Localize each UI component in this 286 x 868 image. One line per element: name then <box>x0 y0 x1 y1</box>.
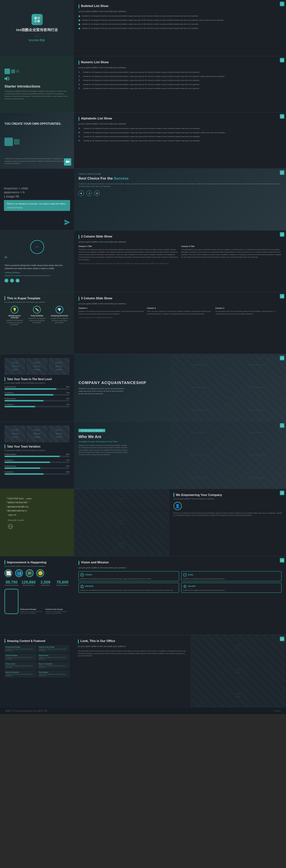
thumb-label-4: Head Portrait <box>39 655 69 656</box>
list-text: Suitable for all categories business and… <box>82 15 199 17</box>
svg-marker-4 <box>4 76 7 81</box>
amazing-title: Amazing Content & Featured <box>7 640 45 643</box>
free-spirit-line-5: cage me <box>8 513 66 517</box>
drop-image-4: DROPIMAGEHERE <box>4 426 26 442</box>
list-num: 1. <box>78 71 81 73</box>
kupat-item-text-2: Suitable for all categories business and… <box>27 317 47 324</box>
inspector-overlay: There is no elevator to success. You hav… <box>4 200 70 211</box>
progress-bar-fill-5 <box>4 456 60 457</box>
phone-text-row: Professional Design Suitable for all cat… <box>20 609 70 614</box>
svg-marker-5 <box>66 160 70 163</box>
slide-row-8: DROPIMAGEHERE DROPIMAGEHERE DROPIMAGEHER… <box>0 422 286 489</box>
progress-bar-bg-7 <box>4 467 70 469</box>
avatar-circle: IMG <box>30 240 44 254</box>
bullet <box>78 20 80 21</box>
thumb-text-6: Suitable for all categories business and… <box>39 665 69 668</box>
slide-num-11: 24 <box>280 637 284 641</box>
slide-row-10: Improvement is Happening put your great … <box>0 556 286 635</box>
slide-wrap-7: DROP IMAGE HERE DROP IMAGE HERE DROP IMA… <box>74 354 286 421</box>
progress-bar-bg-1 <box>4 388 70 390</box>
slide-num-3: 16 <box>280 114 284 119</box>
list-text: Suitable for all categories business and… <box>82 19 224 21</box>
list-text: Suitable for all categories business and… <box>83 135 200 137</box>
thumb-3: Unlimited Slides Suitable for all catego… <box>4 653 37 661</box>
slide-wrap-11: Look, This is Our Office put your great … <box>74 635 286 708</box>
progress-row-6: Consistency70% <box>4 459 70 463</box>
drop-image-3: DROPIMAGEHERE <box>48 358 70 375</box>
col2: Column 2 Title The generated Lorem Ipsum… <box>181 245 282 261</box>
client-icon: 👥 <box>15 569 23 577</box>
phone-images-2: DROPIMAGEHERE DROPIMAGEHERE DROPIMAGEHER… <box>4 426 70 442</box>
phone-text-1: Professional Design Suitable for all cat… <box>20 609 44 614</box>
list-alpha: B. <box>78 131 82 133</box>
slide-right-6: 3 Column Slide Show put your great subti… <box>74 292 286 354</box>
col-note: If you are going to use a passage of Lor… <box>78 263 282 265</box>
growth-icon-wrap: 📈 <box>4 569 12 577</box>
progress-bar-fill-2 <box>4 394 53 396</box>
drop-img: DROP IMAGE HERE <box>170 376 228 399</box>
slide-row-7: DROPIMAGEHERE DROPIMAGEHERE DROPIMAGEHER… <box>0 354 286 421</box>
progress-bar-fill-3 <box>4 400 43 401</box>
cover-subtitle: keynote 模板 <box>29 38 45 42</box>
who-we-are-body: Suitable for all categories business and… <box>78 444 129 456</box>
phone-text-cols: Professional Design Suitable for all cat… <box>20 609 70 614</box>
phone-images: DROPIMAGEHERE DROPIMAGEHERE DROPIMAGEHER… <box>4 358 70 375</box>
who-we-are-title: Who We Are <box>78 434 129 439</box>
phone-mockup <box>4 589 19 614</box>
list-item: B.Suitable for all categories business a… <box>78 131 282 134</box>
kupat-item-text-3: Suitable for all categories business and… <box>49 317 70 324</box>
person-icon: 👤 <box>173 502 182 510</box>
slide-right-2: Numeric List Show put your great subtitl… <box>74 56 286 112</box>
slide-num-7: 20 <box>280 356 284 360</box>
list-text: Suitable for all categories business and… <box>83 75 225 78</box>
goal-label: GOAL <box>188 574 193 576</box>
slide-num-5: 18 <box>280 232 284 237</box>
slide-subtitle: put your great subtitle in here and shak… <box>78 241 282 243</box>
progress-row-3: Professionalism60% <box>4 398 70 401</box>
amazing-featured-slide: Amazing Content & Featured Professional … <box>0 635 74 708</box>
office-subtitle: put your great subtitle in here and shak… <box>78 645 186 648</box>
list-item: 4.Suitable for all categories business a… <box>78 83 282 86</box>
slide-left-11: Amazing Content & Featured Professional … <box>0 635 74 708</box>
slide-right-1: Bulleted List Show put your great subtit… <box>74 0 286 56</box>
drop-image-6: DROPIMAGEHERE <box>48 426 70 442</box>
kupat-item-text-1: Suitable for all categories business and… <box>4 319 25 326</box>
team-variation-slide: DROPIMAGEHERE DROPIMAGEHERE DROPIMAGEHER… <box>0 422 74 489</box>
slide-title: 2 Column Slide Show <box>81 235 112 238</box>
progress-row-7: Professionalism55% <box>4 465 70 469</box>
slide-title: Bulleted List Show <box>81 4 108 8</box>
phone-text-2: Colorful Color Design Suitable for all c… <box>45 609 70 614</box>
list-text: Suitable for all categories business and… <box>83 71 200 73</box>
page-wrapper: ios炫酷企业宣传咨询行业 • • • keynote 模板 Bulleted … <box>0 0 286 714</box>
slide-num-4: 17 <box>280 170 284 175</box>
stat-label-3: Subscribers <box>39 584 53 586</box>
quote-slide: IMG " There is powerful driving force in… <box>0 230 74 292</box>
col3: Column 3 The generated Lorem Ipsum is th… <box>215 307 282 315</box>
slide-wrap-6: 3 Column Slide Show put your great subti… <box>74 292 286 354</box>
improvement-slide: Improvement is Happening put your great … <box>0 556 74 635</box>
col3-title: Column 3 <box>215 307 282 309</box>
bulleted-list-slide: Bulleted List Show put your great subtit… <box>74 0 286 56</box>
sub-icon: ✉ <box>26 569 34 577</box>
drop-img: DROPIMAGE <box>74 512 170 533</box>
slide-left-5: IMG " There is powerful driving force in… <box>0 230 74 292</box>
office-title: Look, This is Our Office <box>80 639 115 643</box>
social-icons: f t in <box>4 279 70 282</box>
list-text: Suitable for all categories business and… <box>83 87 200 90</box>
slide-num-9: 22 <box>280 491 284 495</box>
drop-img: DROP IMAGE HERE <box>228 467 286 489</box>
kupat-item-title-2: Fully Editable <box>27 315 47 317</box>
mission-label: MISSION <box>85 585 94 587</box>
progress-bar-bg-6 <box>4 462 70 463</box>
drop-img: DROP IMAGE HERE <box>228 376 286 399</box>
progress-row-5: Professionalism85% <box>4 454 70 457</box>
slide-row-1: ios炫酷企业宣传咨询行业 • • • keynote 模板 Bulleted … <box>0 0 286 56</box>
kupat-item-title-1: Multipurpose Concept <box>4 315 25 319</box>
bullet <box>78 28 80 29</box>
vm-left: VISION Suitable for all categories busin… <box>78 571 179 594</box>
progress-bar-bg-3 <box>4 400 70 401</box>
bullet <box>78 24 80 25</box>
slide-row-9: inspector > slide inspector > background… <box>0 489 286 556</box>
vm-title: Vision and Mission <box>81 560 109 564</box>
slide-num-8: 21 <box>280 423 284 428</box>
